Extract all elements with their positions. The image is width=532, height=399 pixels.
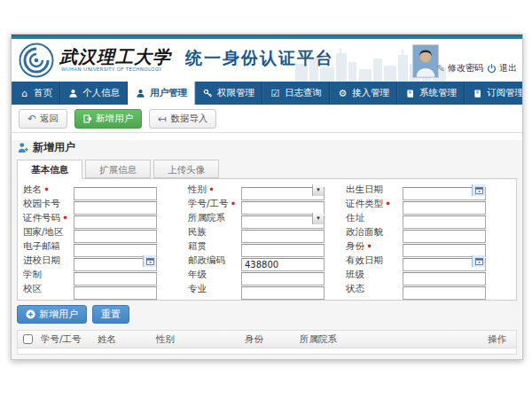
form-tabs: 基本信息 扩展信息 上传头像 <box>17 160 519 178</box>
enrollment-date-calendar-button[interactable] <box>143 255 156 267</box>
new-user-toolbar-button[interactable]: 新增用户 <box>74 109 142 129</box>
plus-circle-icon <box>26 309 35 319</box>
gender-dropdown-button[interactable]: ▼ <box>312 184 324 196</box>
form-field-address: 住址 <box>346 211 511 225</box>
required-marker: • <box>62 213 68 223</box>
form-field-major: 专业 <box>188 282 346 296</box>
form-field-ethnicity: 民族 <box>188 225 346 239</box>
column-header-name: 姓名 <box>94 333 153 346</box>
form-field-valid-date: 有效日期 <box>346 254 511 268</box>
form-field-status: 状态 <box>346 282 511 296</box>
nav-tab-users[interactable]: 用户管理 <box>128 82 195 105</box>
users-table-header: 学号/工号姓名性别身份所属院系操作 <box>18 331 516 348</box>
nav-tab-permissions[interactable]: 权限管理 <box>195 82 262 105</box>
tab-upload-photo[interactable]: 上传头像 <box>153 160 219 178</box>
new-user-icon <box>83 114 92 123</box>
address-label: 住址 <box>346 212 403 224</box>
postal-code-label: 邮政编码 <box>188 254 241 267</box>
form-field-country-region: 国家/地区 <box>23 225 188 239</box>
required-marker: • <box>43 184 50 195</box>
nav-tab-subscription[interactable]: 订阅管理 <box>465 82 523 105</box>
identity-label: 身份• <box>346 240 403 253</box>
required-marker: • <box>208 184 215 195</box>
platform-title: 统一身份认证平台 <box>185 47 334 70</box>
form-field-identity: 身份• <box>346 239 511 254</box>
form-field-student-no: 学号/工号• <box>188 197 346 211</box>
nav-tab-label: 订阅管理 <box>487 87 523 99</box>
email-label: 电子邮箱 <box>23 240 74 253</box>
change-password-link[interactable]: ✎ 修改密码 <box>437 62 483 74</box>
book-icon <box>472 88 483 99</box>
form-field-schooling-length: 学制 <box>23 268 188 282</box>
nav-tab-access[interactable]: ⚙接入管理 <box>330 82 397 105</box>
form-field-postal-code: 邮政编码 <box>188 254 346 268</box>
form-field-id-number: 证件号码• <box>23 211 188 225</box>
birth-date-label: 出生日期 <box>346 184 403 196</box>
back-button[interactable]: ↶ 返回 <box>19 109 67 129</box>
id-number-label: 证件号码• <box>23 212 74 224</box>
column-header-gender: 性别 <box>153 333 241 346</box>
select-all-checkbox[interactable] <box>23 334 33 344</box>
campus-input[interactable] <box>74 286 157 300</box>
form-field-political-status: 政治面貌 <box>346 225 511 239</box>
reset-button[interactable]: 重置 <box>92 305 129 324</box>
data-import-button[interactable]: ↤ 数据导入 <box>149 109 216 129</box>
nav-tab-label: 系统管理 <box>419 87 457 99</box>
reset-button-label: 重置 <box>101 308 121 321</box>
country-region-label: 国家/地区 <box>23 226 74 239</box>
section-title: 新增用户 <box>33 140 75 155</box>
campus-card-no-label: 校园卡号 <box>23 198 74 210</box>
form-field-email: 电子邮箱 <box>23 239 188 254</box>
submit-button-label: 新增用户 <box>39 308 78 321</box>
enrollment-date-label: 进校日期 <box>23 254 74 267</box>
new-user-toolbar-label: 新增用户 <box>96 113 133 125</box>
pencil-icon: ✎ <box>437 63 445 74</box>
university-name-en: WUHAN UNIVERSITY OF TECHNOLOGY <box>61 66 162 72</box>
nav-tab-label: 首页 <box>34 87 52 99</box>
log-icon: ☑ <box>270 88 281 99</box>
university-name: 武汉理工大学 <box>59 45 171 69</box>
schooling-length-label: 学制 <box>23 269 74 281</box>
tab-extended-info[interactable]: 扩展信息 <box>85 160 151 178</box>
logout-link[interactable]: 退出 <box>487 62 517 74</box>
form-actions: 新增用户 重置 <box>17 305 517 324</box>
tab-basic-info[interactable]: 基本信息 <box>17 160 82 179</box>
toolbar: ↶ 返回 新增用户 ↤ 数据导入 <box>12 105 522 133</box>
user-avatar[interactable] <box>412 44 439 78</box>
submit-new-user-button[interactable]: 新增用户 <box>17 305 87 324</box>
form-field-class: 班级 <box>346 268 511 282</box>
form-field-gender: 性别•▼ <box>188 183 346 197</box>
select-all-cell <box>18 334 37 344</box>
form-field-name: 姓名• <box>23 183 188 197</box>
form-field-department: 所属院系▼ <box>188 211 346 225</box>
data-import-label: 数据导入 <box>170 113 207 125</box>
major-input[interactable] <box>241 286 325 300</box>
users-table-body <box>18 348 516 354</box>
book-icon <box>404 88 416 99</box>
nav-tab-home[interactable]: ⌂首页 <box>12 82 60 105</box>
gear-icon: ⚙ <box>337 88 348 99</box>
nav-tab-profile[interactable]: 个人信息 <box>60 82 128 105</box>
key-icon <box>202 88 214 99</box>
department-dropdown-button[interactable]: ▼ <box>312 213 324 224</box>
nav-tab-system[interactable]: 系统管理 <box>397 82 465 105</box>
app-window: 武汉理工大学 WUHAN UNIVERSITY OF TECHNOLOGY 统一… <box>11 34 523 360</box>
form-field-grade: 年级 <box>188 268 346 282</box>
form-field-enrollment-date: 进校日期 <box>23 254 188 268</box>
power-icon <box>487 64 497 74</box>
basic-info-form: 姓名•性别•▼出生日期校园卡号学号/工号•证件类型•证件号码•所属院系▼住址国家… <box>17 178 517 301</box>
status-input[interactable] <box>403 286 486 300</box>
section-header: 新增用户 <box>17 140 517 154</box>
form-field-id-type: 证件类型• <box>346 197 511 211</box>
back-arrow-icon: ↶ <box>27 113 36 124</box>
required-marker: • <box>366 241 372 252</box>
user-icon <box>135 88 146 99</box>
nav-tab-label: 用户管理 <box>150 87 187 99</box>
nav-tab-label: 接入管理 <box>352 87 389 99</box>
valid-date-calendar-button[interactable] <box>472 255 485 267</box>
main-nav: ⌂首页个人信息用户管理权限管理☑日志查询⚙接入管理系统管理订阅管理 <box>12 82 522 105</box>
avatar-photo <box>413 45 438 77</box>
birth-date-calendar-button[interactable] <box>472 184 485 196</box>
name-label: 姓名• <box>23 184 74 196</box>
nav-tab-logs[interactable]: ☑日志查询 <box>262 82 330 105</box>
